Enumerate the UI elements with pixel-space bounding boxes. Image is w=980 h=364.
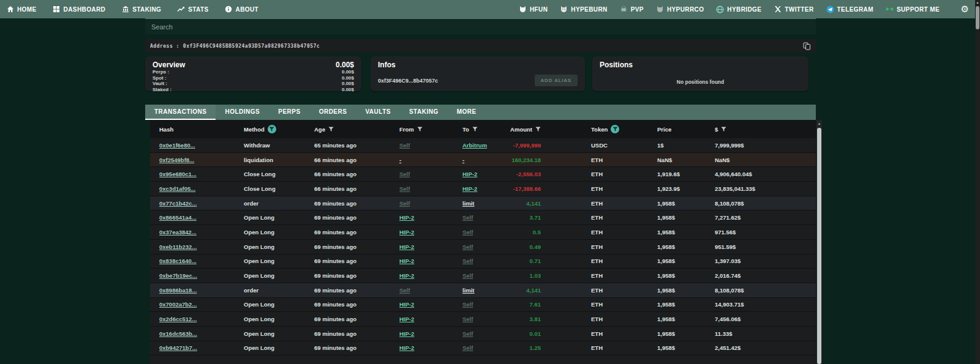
from-link[interactable]: HIP-2: [399, 301, 462, 308]
tx-hash-link[interactable]: 0x0e1f6e80...: [159, 142, 244, 149]
tx-hash-link[interactable]: 0x866541a4...: [159, 214, 244, 221]
usd-cell: NaN$: [715, 157, 816, 163]
column-header-token[interactable]: Token: [542, 125, 657, 133]
price-cell: 1,919.6$: [657, 171, 715, 177]
nav-pvp[interactable]: ☠ PVP: [620, 6, 644, 13]
age-cell: 69 minutes ago: [314, 316, 399, 322]
nav-hypurrco[interactable]: HYPURRCO: [656, 6, 704, 13]
tx-hash-link[interactable]: 0xc3d1af05...: [159, 185, 244, 192]
column-header-amount[interactable]: Amount: [505, 126, 542, 133]
tab-staking[interactable]: STAKING: [400, 105, 448, 120]
to-link[interactable]: HIP-2: [462, 185, 505, 192]
tab-holdings[interactable]: HOLDINGS: [216, 105, 269, 120]
scroll-up-icon[interactable]: ▲: [975, 0, 980, 6]
from-link[interactable]: HIP-2: [399, 330, 462, 337]
nav-telegram[interactable]: TELEGRAM: [826, 6, 873, 13]
to-link[interactable]: Self: [462, 229, 505, 236]
tx-hash-link[interactable]: 0x838c1640...: [159, 258, 244, 264]
to-link[interactable]: Self: [462, 316, 505, 322]
tx-hash-link[interactable]: 0x16dc563b...: [159, 330, 244, 337]
to-link[interactable]: Self: [462, 344, 505, 351]
gear-icon[interactable]: ⚙: [961, 4, 969, 13]
tx-hash-link[interactable]: 0xbe7b19ec...: [159, 272, 244, 279]
tab-perps[interactable]: PERPS: [269, 105, 309, 120]
nav-hypeburn[interactable]: HYPEBURN: [560, 6, 607, 13]
column-header-price[interactable]: Price: [657, 126, 715, 133]
from-link[interactable]: HIP-2: [399, 344, 462, 351]
tab-more[interactable]: MORE: [448, 105, 486, 120]
method-cell: Open Long: [244, 301, 314, 308]
to-link[interactable]: Self: [462, 258, 505, 264]
tx-hash-link[interactable]: 0x77c1b42c...: [159, 200, 244, 207]
page-scrollbar-thumb[interactable]: [976, 6, 979, 29]
filter-icon[interactable]: [268, 125, 276, 133]
scroll-up-icon[interactable]: ▲: [816, 121, 822, 127]
filter-icon[interactable]: [328, 127, 334, 132]
filter-icon[interactable]: [535, 127, 541, 132]
filter-icon[interactable]: [721, 127, 726, 132]
column-header-method[interactable]: Method: [244, 125, 314, 133]
to-link[interactable]: HIP-2: [462, 171, 505, 177]
from-link[interactable]: HIP-2: [399, 229, 462, 236]
column-header-age[interactable]: Age: [314, 126, 399, 133]
from-link[interactable]: HIP-2: [399, 243, 462, 250]
cat-icon: [560, 6, 568, 13]
copy-icon[interactable]: [803, 42, 811, 50]
page-scrollbar[interactable]: ▲: [975, 0, 980, 364]
nav-stats[interactable]: STATS: [177, 6, 208, 13]
from-link[interactable]: HIP-2: [399, 272, 462, 279]
table-scrollbar-thumb[interactable]: [817, 128, 821, 364]
filter-icon[interactable]: [417, 127, 423, 132]
to-link[interactable]: Self: [462, 243, 505, 250]
column-header-usd[interactable]: $: [715, 126, 816, 133]
tx-hash-link[interactable]: 0x37ea3842...: [159, 229, 244, 236]
to-link[interactable]: Self: [462, 214, 505, 221]
from-link[interactable]: HIP-2: [399, 214, 462, 221]
from-link[interactable]: HIP-2: [399, 258, 462, 264]
infos-title: Infos: [378, 61, 578, 69]
filter-icon[interactable]: [611, 125, 619, 133]
table-scrollbar[interactable]: ▲: [816, 120, 822, 364]
from-link: -: [399, 157, 462, 163]
from-link[interactable]: Self: [399, 200, 462, 207]
filter-icon[interactable]: [472, 127, 478, 132]
nav-dashboard[interactable]: DASHBOARD: [53, 6, 106, 13]
token-cell: ETH: [542, 214, 657, 221]
to-link[interactable]: Self: [462, 272, 505, 279]
tab-vaults[interactable]: VAULTS: [356, 105, 400, 120]
address-bar: Address : 0xf3F496C9485BB5924a93D57a9829…: [145, 39, 816, 53]
from-link[interactable]: HIP-2: [399, 316, 462, 322]
amount-cell: 0.5: [505, 229, 542, 236]
to-link[interactable]: Arbitrum: [462, 142, 505, 149]
tx-hash-link[interactable]: 0xeb11b232...: [159, 243, 244, 250]
from-link[interactable]: Self: [399, 185, 462, 192]
tx-hash-link[interactable]: 0x2d6cc512...: [159, 316, 244, 322]
to-link[interactable]: Self: [462, 330, 505, 337]
add-alias-button[interactable]: ADD ALIAS: [535, 75, 578, 86]
age-cell: 66 minutes ago: [314, 185, 399, 192]
tx-hash-link[interactable]: 0x8986ba18...: [159, 287, 244, 294]
column-header-from[interactable]: From: [399, 126, 462, 133]
column-header-hash[interactable]: Hash: [159, 126, 244, 133]
tx-hash-link[interactable]: 0xb94271b7...: [159, 344, 244, 351]
search-input[interactable]: [145, 18, 816, 34]
tx-hash-link[interactable]: 0x7002a7b2...: [159, 301, 244, 308]
from-link[interactable]: Self: [399, 171, 462, 177]
tab-orders[interactable]: ORDERS: [310, 105, 356, 120]
to-link[interactable]: Self: [462, 301, 505, 308]
nav-twitter[interactable]: TWITTER: [774, 6, 813, 13]
amount-cell: 0.49: [505, 243, 542, 250]
tx-hash-link[interactable]: 0xf2549bf8...: [159, 157, 244, 163]
overview-row-label: Staked :: [153, 87, 172, 93]
nav-staking[interactable]: STAKING: [121, 6, 161, 13]
nav-hfun[interactable]: HFUN: [519, 6, 548, 13]
nav-about[interactable]: ABOUT: [225, 6, 259, 13]
nav-hybridge[interactable]: HYBRIDGE: [716, 6, 761, 13]
nav-support-me[interactable]: SUPPORT ME: [886, 6, 940, 13]
from-link[interactable]: Self: [399, 287, 462, 294]
column-header-to[interactable]: To: [462, 126, 505, 133]
nav-home[interactable]: HOME: [6, 6, 37, 13]
tab-transactions[interactable]: TRANSACTIONS: [145, 105, 216, 120]
tx-hash-link[interactable]: 0x95e680c1...: [159, 171, 244, 177]
from-link[interactable]: Self: [399, 142, 462, 149]
